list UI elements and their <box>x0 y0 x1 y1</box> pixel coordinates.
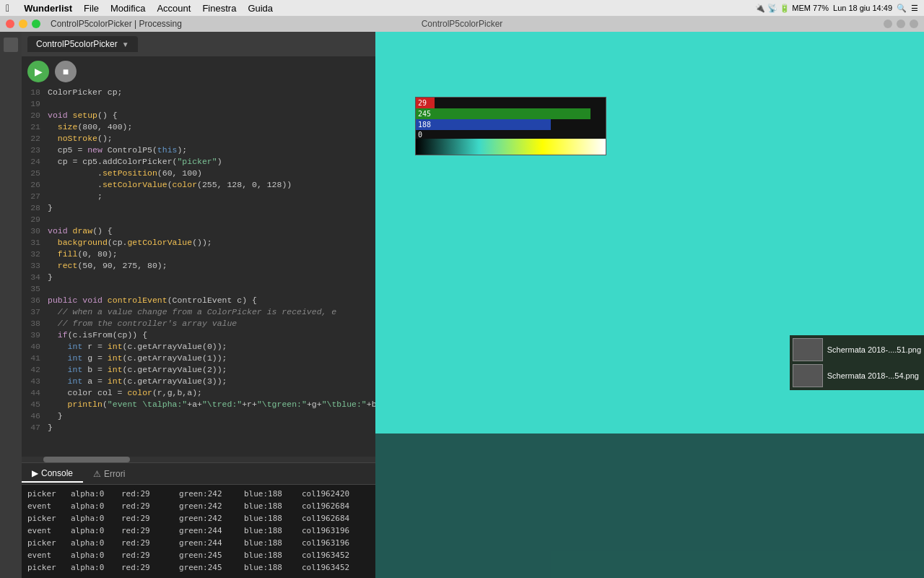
menu-finestra[interactable]: Finestra <box>202 3 236 14</box>
console-cell: blue:188 <box>244 525 302 537</box>
cp-blue-row[interactable]: 188 <box>416 119 606 130</box>
console-cell: green:242 <box>179 512 244 525</box>
console-cell: blue:188 <box>244 500 302 512</box>
line-number: 18 <box>22 87 48 98</box>
menu-account[interactable]: Account <box>157 3 191 14</box>
title-btn-2[interactable] <box>897 20 905 28</box>
line-number: 37 <box>22 306 48 318</box>
title-btn-3[interactable] <box>910 20 918 28</box>
errori-icon: ⚠ <box>93 469 101 479</box>
line-content: println("event \talpha:"+a+"\tred:"+r+"\… <box>48 399 375 410</box>
code-line: 21 size(800, 400); <box>22 121 375 133</box>
tab-dropdown-icon[interactable]: ▼ <box>122 40 129 48</box>
line-content: cp5 = new ControlP5(this); <box>48 144 375 156</box>
code-editor[interactable]: 18ColorPicker cp;1920void setup() {21 si… <box>22 87 375 457</box>
console-cell: alpha:0 <box>71 561 121 574</box>
title-btn-1[interactable] <box>884 20 892 28</box>
console-cell: green:245 <box>179 549 244 561</box>
code-line: 22 noStroke(); <box>22 133 375 144</box>
horizontal-scrollbar[interactable] <box>22 457 375 462</box>
line-number: 45 <box>22 399 48 410</box>
cp-alpha-value: 0 <box>418 131 422 139</box>
code-line: 18ColorPicker cp; <box>22 87 375 98</box>
tab-console[interactable]: ▶ Console <box>22 465 83 483</box>
title-bar: ControlP5colorPicker | Processing Contro… <box>0 16 924 32</box>
menu-modifica[interactable]: Modifica <box>110 3 145 14</box>
console-cell: red:29 <box>121 549 179 561</box>
color-picker-widget[interactable]: 29 245 188 0 <box>415 97 606 155</box>
active-tab[interactable]: ControlP5colorPicker ▼ <box>27 36 138 52</box>
console-label: Console <box>41 468 73 478</box>
line-content: .setPosition(60, 100) <box>48 168 375 179</box>
cp-gradient-bar[interactable] <box>416 139 606 155</box>
file-thumb-1[interactable]: Schermata 2018-....51.png <box>793 338 921 361</box>
line-content: // when a value change from a ColorPicke… <box>48 306 375 318</box>
code-line: 35 <box>22 283 375 295</box>
cp-blue-bar[interactable] <box>416 119 551 130</box>
menu-guida[interactable]: Guida <box>248 3 273 14</box>
code-line: 46 } <box>22 410 375 422</box>
console-cell: blue:188 <box>244 488 302 500</box>
run-button[interactable]: ▶ <box>27 61 49 82</box>
console-row: eventalpha:0red:29green:242blue:188col19… <box>27 500 370 512</box>
minimize-button[interactable] <box>19 20 27 28</box>
tab-errori[interactable]: ⚠ Errori <box>83 466 135 482</box>
menu-search-icon[interactable]: 🔍 <box>897 4 907 13</box>
scrollbar-thumb[interactable] <box>43 457 130 462</box>
line-number: 20 <box>22 110 48 121</box>
cp-alpha-row[interactable]: 0 <box>416 130 606 139</box>
line-content: cp = cp5.addColorPicker("picker") <box>48 156 375 168</box>
line-content: fill(0, 80); <box>48 249 375 260</box>
tab-name: ControlP5colorPicker <box>36 39 118 49</box>
sidebar-icon-1[interactable] <box>4 38 18 52</box>
code-line: 37 // when a value change from a ColorPi… <box>22 306 375 318</box>
console-cell: alpha:0 <box>71 537 121 549</box>
cp-green-row[interactable]: 245 <box>416 108 606 119</box>
file-thumb-img-2 <box>793 364 823 387</box>
toolbar: ▶ ■ <box>22 56 375 87</box>
code-line: 41 int g = int(c.getArrayValue(1)); <box>22 353 375 364</box>
menu-wunderlist[interactable]: Wunderlist <box>24 3 72 14</box>
code-line: 19 <box>22 98 375 110</box>
line-content: int a = int(c.getArrayValue(3)); <box>48 376 375 387</box>
preview-dark-overlay <box>375 434 924 578</box>
console-cell: alpha:0 <box>71 525 121 537</box>
console-cell: picker <box>27 512 71 525</box>
line-content: // from the controller's array value <box>48 318 375 329</box>
console-cell: col1963196 <box>302 537 367 549</box>
code-line: 32 fill(0, 80); <box>22 249 375 260</box>
cp-green-bar[interactable] <box>416 108 590 119</box>
cp-blue-value: 188 <box>418 121 431 129</box>
code-line: 26 .setColorValue(color(255, 128, 0, 128… <box>22 179 375 191</box>
line-content: void draw() { <box>48 225 375 237</box>
console-cell: picker <box>27 537 71 549</box>
menu-list-icon[interactable]: ☰ <box>911 4 918 13</box>
console-tab-bar: ▶ Console ⚠ Errori <box>22 463 375 485</box>
console-cell: col1962684 <box>302 500 367 512</box>
sidebar-strip <box>0 32 22 578</box>
console-output[interactable]: pickeralpha:0red:29green:242blue:188col1… <box>22 485 375 578</box>
code-line: 38 // from the controller's array value <box>22 318 375 329</box>
menu-file[interactable]: File <box>84 3 99 14</box>
console-cell: alpha:0 <box>71 512 121 525</box>
apple-menu[interactable]:  <box>6 2 9 14</box>
file-thumb-2[interactable]: Schermata 2018-...54.png <box>793 364 921 387</box>
stop-button[interactable]: ■ <box>55 61 77 82</box>
line-content: ; <box>48 191 375 202</box>
console-cell: alpha:0 <box>71 488 121 500</box>
close-button[interactable] <box>6 20 14 28</box>
line-number: 40 <box>22 341 48 353</box>
code-line: 27 ; <box>22 191 375 202</box>
console-area: ▶ Console ⚠ Errori pickeralpha:0red:29gr… <box>22 462 375 578</box>
console-row: pickeralpha:0red:29green:242blue:188col1… <box>27 512 370 525</box>
code-line: 28} <box>22 202 375 214</box>
maximize-button[interactable] <box>32 20 40 28</box>
main-layout: ControlP5colorPicker ▼ ▶ ■ 18ColorPicker… <box>0 32 924 578</box>
cp-red-row[interactable]: 29 <box>416 98 606 108</box>
console-cell: red:29 <box>121 500 179 512</box>
line-number: 32 <box>22 249 48 260</box>
console-row: eventalpha:0red:29green:244blue:188col19… <box>27 525 370 537</box>
line-number: 28 <box>22 202 48 214</box>
console-row: eventalpha:0red:29green:245blue:188col19… <box>27 549 370 561</box>
console-cell: green:244 <box>179 525 244 537</box>
